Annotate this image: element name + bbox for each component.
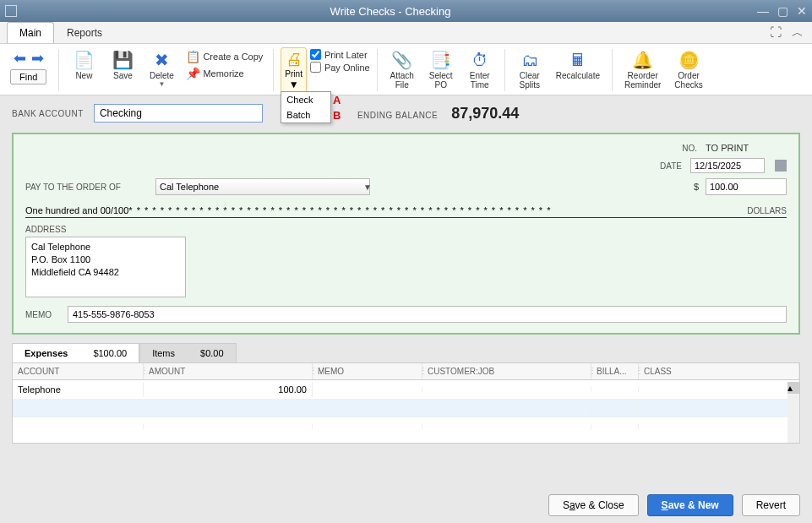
prev-arrow-icon[interactable]: ⬅ [14,49,26,68]
address-label: ADDRESS [25,225,787,234]
delete-icon: ✖ [155,50,169,70]
check-date-input[interactable] [690,158,765,173]
save-new-button[interactable]: Save & New [647,494,733,516]
amount-input[interactable] [706,178,787,195]
payto-chevron-down-icon[interactable]: ▼ [363,183,372,192]
paperclip-icon: 📎 [391,50,412,70]
col-customer[interactable]: CUSTOMER:JOB [422,363,591,379]
recalculate-button[interactable]: 🖩 Recalculate [551,47,605,82]
col-memo[interactable]: MEMO [313,363,422,379]
col-account[interactable]: ACCOUNT [13,363,144,379]
memorize-button[interactable]: 📌 Memorize [183,66,266,81]
print-later-input[interactable] [310,49,321,60]
select-po-icon: 📑 [430,50,451,70]
save-close-button[interactable]: Save & Close [548,494,639,516]
table-row[interactable] [13,417,799,436]
address-textarea[interactable]: Cal Telephone P.O. Box 1100 Middlefield … [25,237,186,297]
check-no-label: NO. [667,144,697,153]
print-dropdown-menu: Check A Batch B [281,91,331,123]
title-bar: Write Checks - Checking — ▢ ✕ [0,0,812,22]
cell-memo[interactable] [313,387,422,392]
expenses-tab[interactable]: Expenses $100.00 [12,343,139,362]
revert-button[interactable]: Revert [742,494,800,516]
order-checks-button[interactable]: 🪙 Order Checks [669,47,707,91]
col-billable[interactable]: BILLA... [591,363,639,379]
reorder-reminder-icon: 🔔 [632,50,653,70]
print-button[interactable]: 🖨 Print ▼ [281,47,307,93]
tab-reports[interactable]: Reports [54,22,115,43]
split-tabs: Expenses $100.00 Items $0.00 [12,343,800,362]
clear-splits-button[interactable]: 🗂 Clear Splits [512,47,548,91]
cell-account[interactable]: Telephone [13,382,144,397]
vertical-scrollbar[interactable]: ▴ [787,382,799,443]
order-checks-icon: 🪙 [678,50,700,70]
grid-header: ACCOUNT AMOUNT MEMO CUSTOMER:JOB BILLA..… [13,363,799,380]
print-menu-batch[interactable]: Batch B [281,107,330,123]
reorder-reminder-button[interactable]: 🔔 Reorder Reminder [619,47,666,91]
delete-button[interactable]: ✖ Delete ▼ [144,47,179,90]
grid-body[interactable]: Telephone 100.00 [13,380,799,443]
tab-main[interactable]: Main [7,22,54,43]
col-class[interactable]: CLASS [639,363,799,379]
memorize-icon: 📌 [186,67,199,80]
cell-billable[interactable] [591,387,639,392]
pay-online-checkbox[interactable]: Pay Online [310,62,370,73]
check-no-value: TO PRINT [706,143,787,153]
check-date-label: DATE [651,161,682,171]
next-arrow-icon[interactable]: ➡ [31,49,44,68]
calendar-icon[interactable] [775,160,787,172]
chevron-down-icon: ▼ [158,80,165,88]
expenses-grid: ACCOUNT AMOUNT MEMO CUSTOMER:JOB BILLA..… [12,362,800,444]
window-title: Write Checks - Checking [24,5,757,18]
bank-account-label: BANK ACCOUNT [12,109,84,118]
table-row[interactable]: Telephone 100.00 [13,380,799,399]
toolbar: ⬅ ➡ Find 📄 New 💾 Save ✖ Delete ▼ 📋 Creat… [0,44,812,95]
enter-time-button[interactable]: ⏱ Enter Time [462,47,498,91]
items-tab[interactable]: Items $0.00 [139,343,236,362]
select-po-button[interactable]: 📑 Select PO [423,47,459,91]
table-row[interactable] [13,399,799,417]
save-icon: 💾 [112,50,134,70]
bottom-button-bar: Save & Close Save & New Revert [548,494,800,516]
cell-amount[interactable]: 100.00 [144,382,313,397]
scroll-up-icon[interactable]: ▴ [787,382,799,394]
create-copy-button[interactable]: 📋 Create a Copy [183,49,266,64]
fullscreen-icon[interactable]: ⛶ [770,25,782,41]
close-button[interactable]: ✕ [797,4,807,18]
new-button[interactable]: 📄 New [66,47,101,82]
pay-to-label: PAY TO THE ORDER OF [25,183,147,192]
amount-words-text: One hundred and 00/100 [25,205,128,215]
amount-words-line: One hundred and 00/100 * * * * * * * * *… [25,204,787,218]
print-menu-check[interactable]: Check A [281,92,330,107]
system-menu-icon[interactable] [5,5,17,17]
pay-online-input[interactable] [310,62,321,73]
pay-to-input[interactable] [155,178,370,195]
col-amount[interactable]: AMOUNT [144,363,313,379]
calculator-icon: 🖩 [569,50,586,70]
attach-file-button[interactable]: 📎 Attach File [384,47,420,91]
collapse-ribbon-icon[interactable]: ︿ [792,25,804,41]
ribbon-tabstrip: Main Reports ⛶ ︿ [0,22,812,44]
find-button[interactable]: Find [10,69,46,84]
dollar-sign: $ [694,182,699,192]
dollars-label: DOLLARS [747,206,787,215]
annotation-b: B [333,109,341,122]
amount-words-filler: * * * * * * * * * * * * * * * * * * * * … [128,205,744,215]
minimize-button[interactable]: — [757,4,769,18]
maximize-button[interactable]: ▢ [777,4,788,18]
save-button[interactable]: 💾 Save [105,47,140,82]
check-panel: NO. TO PRINT DATE PAY TO THE ORDER OF ▼ … [12,133,800,335]
cell-customer[interactable] [422,387,591,392]
clear-splits-icon: 🗂 [521,50,538,70]
ending-balance-label: ENDING BALANCE [357,111,438,120]
print-icon: 🖨 [286,50,302,69]
memo-label: MEMO [25,310,59,319]
memo-input[interactable] [68,306,787,323]
chevron-down-icon: ▼ [289,79,299,90]
bank-account-input[interactable] [94,104,263,123]
clock-icon: ⏱ [471,50,488,70]
ending-balance-value: 87,970.44 [451,105,519,123]
cell-class[interactable] [639,387,799,392]
new-icon: 📄 [74,50,95,70]
print-later-checkbox[interactable]: Print Later [310,49,370,60]
